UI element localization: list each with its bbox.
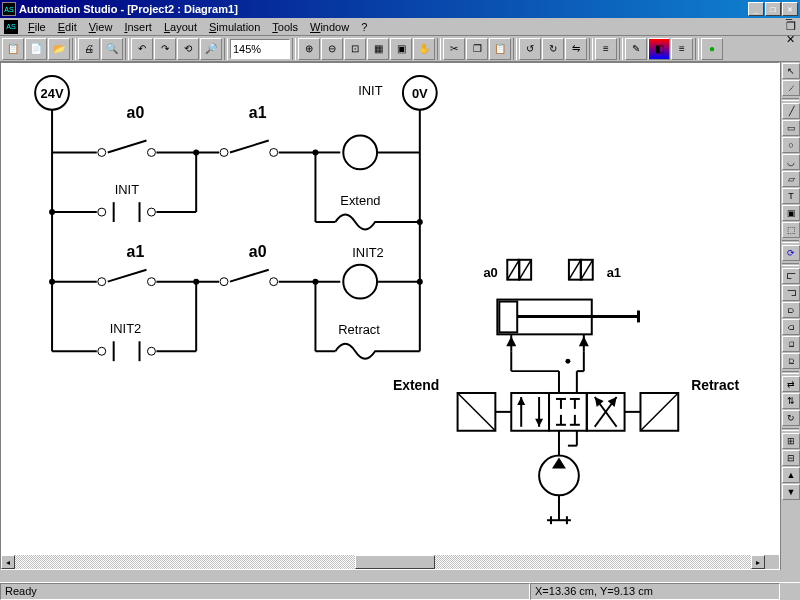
mdi-restore-button[interactable]: ❐: [786, 20, 796, 33]
svg-marker-102: [595, 397, 604, 407]
svg-point-32: [417, 219, 423, 225]
menu-help[interactable]: ?: [355, 20, 373, 34]
pan-button[interactable]: ✋: [413, 38, 435, 60]
menu-edit[interactable]: Edit: [52, 20, 83, 34]
svg-marker-78: [506, 336, 516, 346]
copy2-button[interactable]: ❐: [466, 38, 488, 60]
svg-text:a1: a1: [249, 104, 267, 121]
scroll-left-button[interactable]: ◂: [1, 555, 15, 569]
svg-point-24: [147, 208, 155, 216]
ellipse-tool[interactable]: ○: [782, 137, 800, 153]
svg-text:a0: a0: [127, 104, 145, 121]
run-button[interactable]: ●: [701, 38, 723, 60]
align-left-tool[interactable]: ⫍: [782, 268, 800, 284]
props-button[interactable]: ≡: [595, 38, 617, 60]
line-button[interactable]: ≡: [671, 38, 693, 60]
label-24v: 24V: [41, 86, 64, 101]
line-tool[interactable]: ╱: [782, 103, 800, 119]
doc-icon[interactable]: AS: [4, 20, 18, 34]
svg-point-42: [220, 278, 228, 286]
main-area: 24V 0V a0 a1 INIT: [0, 62, 780, 570]
svg-text:INIT2: INIT2: [110, 321, 142, 336]
cut-button[interactable]: ✂: [443, 38, 465, 60]
zoom100-button[interactable]: ▣: [390, 38, 412, 60]
menubar: AS File Edit View Insert Layout Simulati…: [0, 18, 800, 36]
svg-line-39: [108, 270, 147, 282]
svg-point-12: [270, 148, 278, 156]
menu-window[interactable]: Window: [304, 20, 355, 34]
tool-b-button[interactable]: 🔎: [200, 38, 222, 60]
zoomout-button[interactable]: ⊖: [321, 38, 343, 60]
menu-layout[interactable]: Layout: [158, 20, 203, 34]
align-center-tool[interactable]: ⫎: [782, 285, 800, 301]
mdi-minimize-button[interactable]: _: [786, 8, 796, 20]
front-tool[interactable]: ▲: [782, 467, 800, 483]
valve-group: Extend Retract: [393, 351, 739, 431]
svg-point-38: [98, 278, 106, 286]
status-text: Ready: [0, 583, 530, 600]
paste-button[interactable]: 📋: [2, 38, 24, 60]
toolbar: 📋 📄 📂 🖨 🔍 ↶ ↷ ⟲ 🔎 ⊕ ⊖ ⊡ ▦ ▣ ✋ ✂ ❐ 📋 ↺ ↻ …: [0, 36, 800, 62]
minimize-button[interactable]: _: [748, 2, 764, 16]
svg-text:INIT: INIT: [115, 182, 139, 197]
zoomin-button[interactable]: ⊕: [298, 38, 320, 60]
refresh-tool[interactable]: ⟳: [782, 245, 800, 261]
rotate-right-button[interactable]: ↻: [542, 38, 564, 60]
back-tool[interactable]: ▼: [782, 484, 800, 500]
menu-insert[interactable]: Insert: [118, 20, 158, 34]
flip-button[interactable]: ⇋: [565, 38, 587, 60]
svg-point-37: [49, 279, 55, 285]
rotate-left-button[interactable]: ↺: [519, 38, 541, 60]
zoomfit-button[interactable]: ⊡: [344, 38, 366, 60]
scroll-right-button[interactable]: ▸: [751, 555, 765, 569]
flip-h-tool[interactable]: ⇄: [782, 376, 800, 392]
align-top-tool[interactable]: ⫏: [782, 319, 800, 335]
undo-button[interactable]: ↶: [131, 38, 153, 60]
align-middle-tool[interactable]: ⫑: [782, 336, 800, 352]
align-right-tool[interactable]: ⫐: [782, 302, 800, 318]
text-tool[interactable]: T: [782, 188, 800, 204]
pen-button[interactable]: ✎: [625, 38, 647, 60]
zoom-input[interactable]: [230, 39, 290, 59]
svg-text:Extend: Extend: [340, 193, 380, 208]
titlebar: AS Automation Studio - [Project2 : Diagr…: [0, 0, 800, 18]
svg-rect-86: [511, 393, 549, 431]
copy-button[interactable]: 📄: [25, 38, 47, 60]
paste2-button[interactable]: 📋: [489, 38, 511, 60]
pointer-tool[interactable]: ↖: [782, 63, 800, 79]
menu-file[interactable]: File: [22, 20, 52, 34]
svg-text:a0: a0: [483, 265, 497, 280]
svg-marker-104: [608, 397, 617, 407]
restore-button[interactable]: ❐: [765, 2, 781, 16]
zoomwin-button[interactable]: ▦: [367, 38, 389, 60]
open-button[interactable]: 📂: [48, 38, 70, 60]
polygon-tool[interactable]: ▱: [782, 171, 800, 187]
align-bottom-tool[interactable]: ⫒: [782, 353, 800, 369]
diagram-canvas[interactable]: 24V 0V a0 a1 INIT: [1, 63, 779, 555]
menu-tools[interactable]: Tools: [266, 20, 304, 34]
svg-text:INIT2: INIT2: [352, 245, 384, 260]
mdi-close-button[interactable]: ✕: [786, 33, 796, 46]
ungroup-tool[interactable]: ⊟: [782, 450, 800, 466]
image-tool[interactable]: ▣: [782, 205, 800, 221]
field-tool[interactable]: ⬚: [782, 222, 800, 238]
flip-v-tool[interactable]: ⇅: [782, 393, 800, 409]
rect-tool[interactable]: ▭: [782, 120, 800, 136]
preview-button[interactable]: 🔍: [101, 38, 123, 60]
menu-view[interactable]: View: [83, 20, 119, 34]
horizontal-scrollbar[interactable]: ◂ ▸: [1, 555, 765, 569]
redo-button[interactable]: ↷: [154, 38, 176, 60]
scroll-thumb[interactable]: [355, 555, 435, 569]
tool-a-button[interactable]: ⟲: [177, 38, 199, 60]
rung-2: a1 a0 INIT2: [49, 243, 423, 299]
print-button[interactable]: 🖨: [78, 38, 100, 60]
link-tool[interactable]: ⟋: [782, 80, 800, 96]
pump-group: [539, 431, 579, 524]
color-button[interactable]: ◧: [648, 38, 670, 60]
arc-tool[interactable]: ◡: [782, 154, 800, 170]
svg-point-50: [417, 279, 423, 285]
group-tool[interactable]: ⊞: [782, 433, 800, 449]
svg-marker-90: [517, 397, 525, 405]
rotate-tool[interactable]: ↻: [782, 410, 800, 426]
menu-simulation[interactable]: Simulation: [203, 20, 266, 34]
